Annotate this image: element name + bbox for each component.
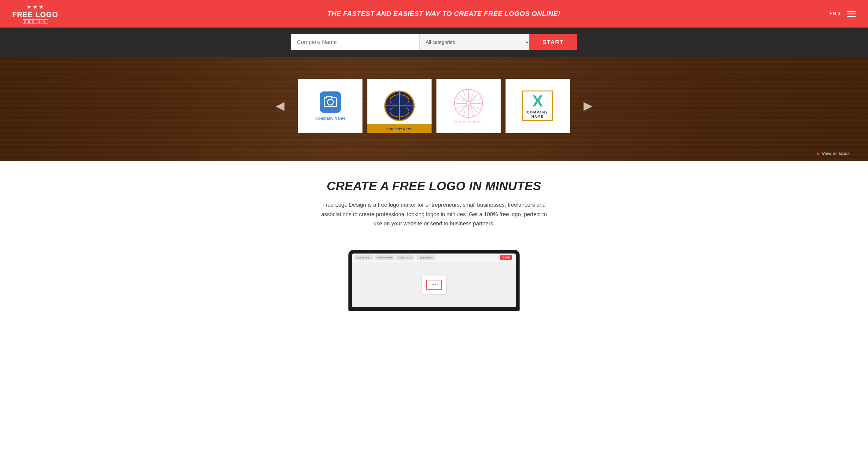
search-bar: All categories Technology Sports Food & … [0,28,868,57]
header-right: EN ⇕ [830,11,856,17]
wheel-icon [453,88,484,119]
x-logo-wrapper: X COMPANYNAME [522,79,553,133]
x-logo-content: X COMPANYNAME [527,93,548,119]
tablet-save-button[interactable]: SAVE [500,255,512,260]
canvas-logo-preview: LOGO [422,275,446,294]
wheel-card-label: COMPANY NAME [454,120,483,123]
camera-icon-container [320,91,341,113]
logo-cards-container: Company Name COMPANY NAME [298,79,570,133]
x-logo-border: X COMPANYNAME [522,91,553,121]
x-letter-icon: X [532,93,543,109]
camera-icon [324,97,337,107]
star-icon: ★ [33,4,38,10]
header-tagline: THE FASTEST AND EASIEST WAY TO CREATE FR… [58,10,829,18]
logo-carousel: ◄ Company Name COMPANY NAME [0,79,868,133]
logo-line1: FREE LOGO [12,10,58,19]
svg-line-8 [470,95,477,102]
logo-brand[interactable]: ★ ★ ★ FREE LOGO DESIGN [12,4,58,24]
logo-stars: ★ ★ ★ [27,4,44,10]
view-all-logos-label: View all logos [822,151,850,156]
basketball-wrapper: COMPANY NAME [367,79,432,133]
menu-button[interactable] [847,11,856,17]
wheel-wrapper [453,88,484,119]
carousel-prev-button[interactable]: ◄ [267,98,293,113]
toolbar-add-shape[interactable]: + ADD SHAPE [375,255,394,260]
svg-point-1 [467,101,470,105]
logo-card-camera[interactable]: Company Name [298,79,363,133]
hamburger-line [847,16,856,17]
section-description: Free Logo Design is a free logo maker fo… [318,200,550,229]
carousel-next-button[interactable]: ► [575,98,601,113]
canvas-svg: LOGO [425,278,443,291]
basketball-icon [384,91,415,121]
hamburger-line [847,11,856,12]
device-preview-section: T ADD TEXT + ADD SHAPE + ADD ICON ◎ Prev… [0,250,868,320]
lang-arrow-icon: ⇕ [837,11,841,16]
tablet-canvas: LOGO [352,262,516,307]
content-section: CREATE A FREE LOGO IN MINUTES Free Logo … [297,161,571,250]
logo-text-sub: DESIGN [23,19,48,24]
toolbar-preview[interactable]: ◎ Preview [417,255,435,260]
section-title: CREATE A FREE LOGO IN MINUTES [303,179,565,193]
basketball-curve-bottom [390,106,409,117]
star-icon: ★ [27,4,31,10]
language-selector[interactable]: EN ⇕ [830,11,841,17]
hero-section: ◄ Company Name COMPANY NAME [0,57,868,161]
svg-line-9 [460,105,467,112]
lang-label: EN [830,11,836,17]
svg-line-7 [470,105,477,112]
svg-text:LOGO: LOGO [430,283,438,286]
logo-card-basketball[interactable]: COMPANY NAME [367,79,432,133]
header: ★ ★ ★ FREE LOGO DESIGN THE FASTEST AND E… [0,0,868,28]
svg-line-6 [460,95,467,102]
logo-card-wheel[interactable]: COMPANY NAME [436,79,501,133]
company-name-input[interactable] [291,34,419,50]
logo-text-main: FREE LOGO [12,11,58,18]
basketball-curve-top [390,94,409,106]
x-card-label: COMPANYNAME [527,110,548,119]
basketball-card-label: COMPANY NAME [386,127,413,130]
toolbar-add-text[interactable]: T ADD TEXT [354,255,373,260]
tablet-frame: T ADD TEXT + ADD SHAPE + ADD ICON ◎ Prev… [348,250,520,311]
view-all-logos-link[interactable]: ▶ View all logos [817,151,850,156]
hamburger-line [847,13,856,14]
card-camera-label: Company Name [315,116,345,120]
basketball-card-bottom: COMPANY NAME [367,124,432,133]
toolbar-add-icon[interactable]: + ADD ICON [396,255,414,260]
logo-card-x[interactable]: X COMPANYNAME [505,79,570,133]
category-select[interactable]: All categories Technology Sports Food & … [419,34,529,50]
tablet-screen: T ADD TEXT + ADD SHAPE + ADD ICON ◎ Prev… [352,254,516,307]
star-icon: ★ [39,4,44,10]
view-all-arrow-icon: ▶ [817,151,820,156]
tablet-toolbar: T ADD TEXT + ADD SHAPE + ADD ICON ◎ Prev… [352,254,516,262]
start-button[interactable]: START [529,34,577,50]
